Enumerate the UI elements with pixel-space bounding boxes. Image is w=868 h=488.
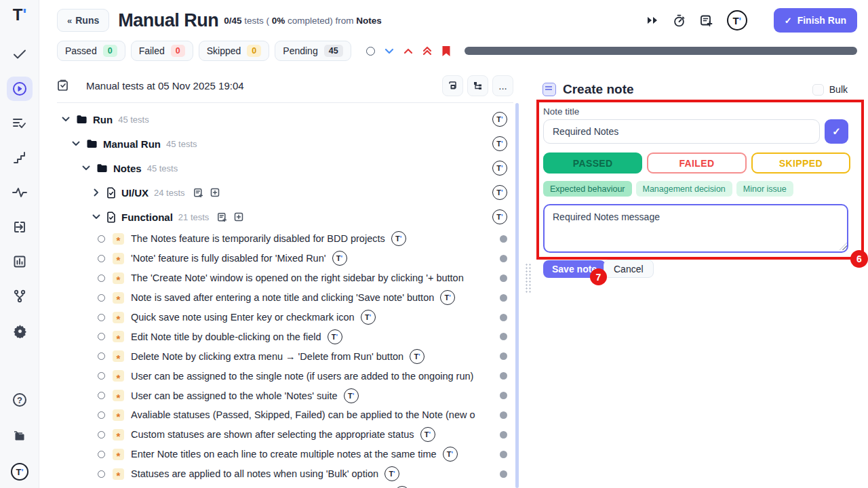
testomat-badge-icon[interactable]: T' bbox=[344, 388, 359, 403]
test-status-radio[interactable] bbox=[98, 235, 105, 243]
suite-row-functional[interactable]: Functional21 testsT' bbox=[57, 205, 513, 229]
sidebar-item-milestones[interactable] bbox=[7, 146, 33, 170]
add-note-mini-icon[interactable] bbox=[217, 212, 227, 222]
test-status-radio[interactable] bbox=[98, 411, 105, 419]
testomat-badge-icon[interactable]: T' bbox=[492, 185, 507, 200]
test-row[interactable]: *Avaliable statuses (Passed, Skipped, Fa… bbox=[57, 405, 513, 425]
test-row[interactable]: *Enter Note titles on each line to creat… bbox=[57, 445, 513, 464]
note-tag-management-decision[interactable]: Management decision bbox=[636, 181, 732, 197]
testomat-badge-icon[interactable]: T' bbox=[420, 427, 435, 442]
testomat-badge-icon[interactable]: T' bbox=[328, 329, 342, 344]
testomat-badge-icon[interactable]: T' bbox=[492, 209, 507, 224]
note-status-passed-button[interactable]: PASSED bbox=[543, 152, 642, 174]
fast-forward-icon[interactable] bbox=[646, 16, 658, 25]
copy-icon[interactable] bbox=[442, 75, 463, 96]
test-row[interactable]: *Custom statuses are shown after selecti… bbox=[57, 425, 513, 445]
test-title[interactable]: Enter Note titles on each line to create… bbox=[131, 449, 437, 460]
test-row[interactable]: *Statuses are applied to all notes when … bbox=[57, 464, 513, 484]
suite-row-run[interactable]: Run45 testsT' bbox=[57, 107, 513, 131]
filter-pending-button[interactable]: Pending 45 bbox=[275, 41, 351, 61]
test-title[interactable]: Avaliable statuses (Passed, Skipped, Fai… bbox=[131, 409, 475, 420]
filter-passed-button[interactable]: Passed 0 bbox=[57, 41, 125, 61]
note-status-skipped-button[interactable]: SKIPPED bbox=[751, 152, 850, 174]
suite-row-notes[interactable]: Notes45 testsT' bbox=[57, 156, 513, 180]
bookmark-icon[interactable] bbox=[441, 45, 451, 57]
app-logo[interactable]: T' bbox=[0, 5, 39, 24]
chevron-down-icon[interactable] bbox=[71, 141, 81, 146]
sidebar-item-branches[interactable] bbox=[7, 284, 33, 308]
suite-row-ui-ux[interactable]: UI/UX24 testsT' bbox=[57, 180, 513, 205]
note-message-textarea[interactable] bbox=[543, 204, 848, 253]
note-status-failed-button[interactable]: FAILED bbox=[647, 152, 746, 174]
chevron-down-icon[interactable] bbox=[384, 48, 394, 54]
add-test-mini-icon[interactable] bbox=[210, 188, 220, 198]
bulk-checkbox[interactable] bbox=[812, 84, 824, 96]
note-tag-expected-behaviour[interactable]: Expected behaviour bbox=[543, 181, 632, 197]
test-title[interactable]: The Notes feature is temporarily disable… bbox=[131, 233, 385, 244]
test-title[interactable]: User can be assigned to the whole 'Notes… bbox=[131, 390, 338, 401]
test-row[interactable]: *The 'Convert to test' button is shown a… bbox=[57, 484, 513, 488]
test-title[interactable]: Quick save note using Enter key or check… bbox=[131, 312, 355, 323]
test-title[interactable]: Note is saved after entering a note titl… bbox=[131, 292, 434, 303]
test-row[interactable]: *Edit Note title by double-clicking on t… bbox=[57, 327, 513, 346]
sidebar-item-projects[interactable] bbox=[7, 424, 33, 448]
more-options-button[interactable]: ... bbox=[492, 75, 513, 96]
note-tag-minor-issue[interactable]: Minor issue bbox=[736, 181, 793, 197]
test-title[interactable]: Delete Note by clicking extra menu → 'De… bbox=[131, 351, 403, 362]
test-row[interactable]: *User can be assigned to the single note… bbox=[57, 366, 513, 386]
testomat-badge-icon[interactable]: T' bbox=[384, 466, 399, 481]
testomat-badge-icon[interactable]: T' bbox=[492, 136, 507, 151]
filter-failed-button[interactable]: Failed 0 bbox=[131, 41, 193, 61]
chevron-down-icon[interactable] bbox=[61, 117, 71, 122]
test-status-radio[interactable] bbox=[98, 431, 105, 439]
suite-label[interactable]: Functional bbox=[121, 211, 173, 223]
cancel-button[interactable]: Cancel bbox=[604, 260, 654, 278]
suite-label[interactable]: Run bbox=[93, 114, 113, 125]
testomat-badge-icon[interactable]: T' bbox=[361, 310, 376, 325]
test-title[interactable]: 'Note' feature is fully disabled for 'Mi… bbox=[131, 253, 326, 264]
chevron-down-icon[interactable] bbox=[81, 165, 91, 171]
suite-label[interactable]: Manual Run bbox=[103, 138, 161, 150]
add-note-mini-icon[interactable] bbox=[193, 188, 203, 198]
chevron-right-icon[interactable] bbox=[92, 188, 101, 197]
sidebar-item-pulse[interactable] bbox=[7, 180, 33, 205]
test-title[interactable]: User can be assigned to the single note … bbox=[131, 371, 473, 382]
test-status-radio[interactable] bbox=[98, 255, 105, 262]
test-status-radio[interactable] bbox=[98, 372, 105, 380]
suite-row-manual-run[interactable]: Manual Run45 testsT' bbox=[57, 131, 513, 156]
test-row[interactable]: *Note is saved after entering a note tit… bbox=[57, 288, 513, 308]
test-status-radio[interactable] bbox=[98, 470, 105, 478]
sidebar-item-tests[interactable] bbox=[7, 42, 33, 66]
testomat-badge-icon[interactable]: T' bbox=[332, 251, 347, 266]
quick-save-check-button[interactable]: ✓ bbox=[825, 119, 848, 144]
sidebar-item-profile[interactable]: T' bbox=[7, 460, 33, 484]
note-title-input[interactable] bbox=[543, 119, 820, 144]
add-note-icon[interactable] bbox=[700, 14, 713, 27]
filter-skipped-button[interactable]: Skipped 0 bbox=[199, 41, 270, 61]
test-row[interactable]: *Delete Note by clicking extra menu → 'D… bbox=[57, 346, 513, 366]
testomat-badge-icon[interactable]: T' bbox=[440, 290, 455, 305]
test-status-radio[interactable] bbox=[98, 274, 105, 282]
timer-icon[interactable] bbox=[673, 14, 686, 27]
unchecked-filter-icon[interactable] bbox=[366, 47, 375, 56]
sidebar-item-runs[interactable] bbox=[7, 77, 33, 101]
testomat-badge-icon[interactable]: T' bbox=[492, 161, 507, 176]
sidebar-item-help[interactable]: ? bbox=[7, 388, 33, 412]
sidebar-item-analytics[interactable] bbox=[7, 249, 33, 274]
sidebar-item-plans[interactable] bbox=[7, 111, 33, 136]
test-row[interactable]: *The Notes feature is temporarily disabl… bbox=[57, 229, 513, 249]
test-row[interactable]: *'Note' feature is fully disabled for 'M… bbox=[57, 249, 513, 268]
test-status-radio[interactable] bbox=[98, 352, 105, 360]
suite-label[interactable]: Notes bbox=[113, 163, 142, 174]
panel-resize-handle[interactable] bbox=[525, 263, 532, 294]
suite-label[interactable]: UI/UX bbox=[121, 187, 149, 199]
sidebar-item-import[interactable] bbox=[7, 215, 33, 239]
testomat-logo-icon[interactable]: T' bbox=[727, 10, 747, 30]
test-title[interactable]: The 'Create Note' window is opened on th… bbox=[131, 272, 464, 283]
testomat-badge-icon[interactable]: T' bbox=[443, 447, 458, 462]
test-row[interactable]: *Quick save note using Enter key or chec… bbox=[57, 308, 513, 327]
add-test-mini-icon[interactable] bbox=[234, 212, 243, 222]
finish-run-button[interactable]: ✓ Finish Run bbox=[774, 8, 857, 33]
scrollbar[interactable] bbox=[515, 103, 519, 488]
test-status-radio[interactable] bbox=[98, 294, 105, 302]
